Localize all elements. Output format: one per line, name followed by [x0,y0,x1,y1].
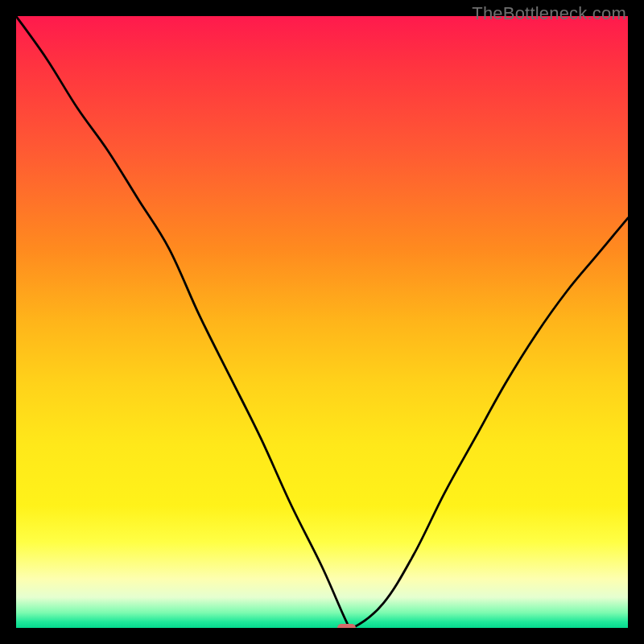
watermark-text: TheBottleneck.com [472,3,626,24]
chart-frame: TheBottleneck.com [0,0,644,644]
bottleneck-curve [16,16,628,628]
minimum-marker [337,624,356,628]
plot-area [16,16,628,628]
